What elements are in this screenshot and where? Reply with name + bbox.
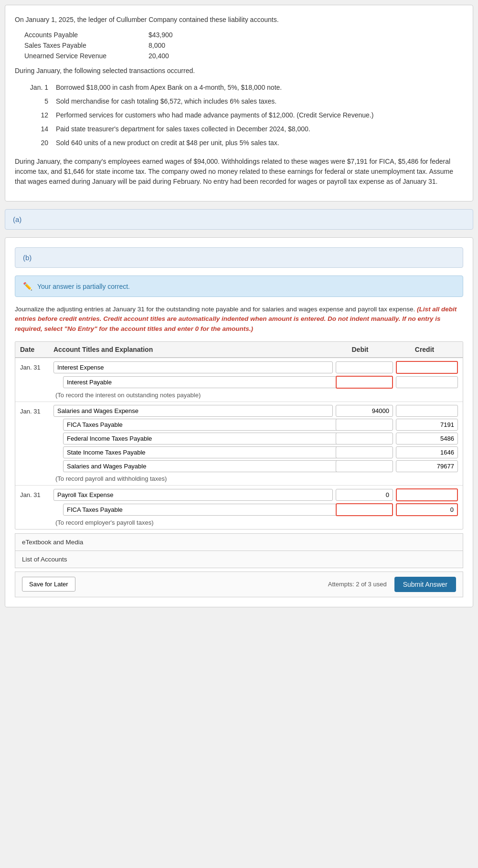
- journal-body: Jan. 31(To record the interest on outsta…: [15, 358, 463, 529]
- header-credit: Credit: [391, 346, 458, 353]
- entry-lines: (To record employer's payroll taxes): [53, 488, 458, 526]
- entry-line: [53, 488, 458, 501]
- account-title-input[interactable]: [63, 504, 342, 516]
- account-title-input[interactable]: [63, 446, 342, 458]
- liability-name: Accounts Payable: [24, 31, 129, 39]
- liability-name: Unearned Service Revenue: [24, 52, 129, 60]
- entry-line: [53, 405, 458, 417]
- debit-input[interactable]: [336, 419, 393, 431]
- entry-line: [53, 460, 458, 472]
- header-account: Account Titles and Explanation: [53, 346, 329, 353]
- transaction-desc: Paid state treasurer's department for sa…: [56, 124, 463, 134]
- submit-button[interactable]: Submit Answer: [394, 577, 456, 592]
- liability-row: Accounts Payable$43,900: [24, 30, 463, 40]
- partial-correct-banner: ✏️ Your answer is partially correct.: [15, 275, 463, 297]
- journal-entry: Jan. 31(To record employer's payroll tax…: [15, 486, 463, 529]
- save-button[interactable]: Save for Later: [22, 577, 75, 592]
- account-title-input[interactable]: [63, 376, 342, 388]
- debit-input[interactable]: [336, 361, 393, 373]
- transaction-desc: Sold merchandise for cash totaling $6,57…: [56, 96, 463, 106]
- credit-input[interactable]: [396, 503, 458, 516]
- entry-note: (To record employer's payroll taxes): [53, 518, 458, 526]
- liability-amount: $43,900: [149, 31, 173, 39]
- entry-line: [53, 446, 458, 458]
- intro-text: On January 1, 2025, the ledger of Cullum…: [15, 15, 463, 25]
- entry-lines: (To record the interest on outstanding n…: [53, 361, 458, 399]
- bottom-links: eTextbook and Media List of Accounts: [15, 533, 463, 568]
- transaction-row: Jan. 1Borrowed $18,000 in cash from Apex…: [24, 81, 463, 95]
- account-title-input[interactable]: [53, 405, 333, 417]
- credit-input[interactable]: [396, 460, 458, 472]
- section-a: (a): [5, 209, 473, 230]
- pencil-icon: ✏️: [23, 282, 32, 291]
- transaction-row: 5Sold merchandise for cash totaling $6,5…: [24, 95, 463, 108]
- payroll-paragraph: During January, the company's employees …: [15, 157, 463, 187]
- account-title-input[interactable]: [63, 433, 342, 445]
- account-title-input[interactable]: [63, 460, 342, 472]
- credit-input[interactable]: [396, 376, 458, 388]
- transaction-date: 5: [24, 96, 48, 106]
- account-title-input[interactable]: [63, 419, 342, 431]
- journal-header: Date Account Titles and Explanation Debi…: [15, 342, 463, 358]
- liability-name: Sales Taxes Payable: [24, 42, 129, 49]
- transaction-desc: Sold 640 units of a new product on credi…: [56, 138, 463, 148]
- transaction-row: 20Sold 640 units of a new product on cre…: [24, 136, 463, 150]
- transaction-row: 12Performed services for customers who h…: [24, 108, 463, 122]
- transaction-date: Jan. 1: [24, 83, 48, 93]
- section-b-card: (b) ✏️ Your answer is partially correct.…: [5, 237, 473, 607]
- liability-row: Unearned Service Revenue20,400: [24, 51, 463, 61]
- transaction-date: 14: [24, 124, 48, 134]
- transaction-date: 12: [24, 110, 48, 120]
- liability-table: Accounts Payable$43,900Sales Taxes Payab…: [24, 30, 463, 61]
- account-title-input[interactable]: [53, 361, 333, 373]
- list-of-accounts-link[interactable]: List of Accounts: [15, 550, 463, 568]
- etextbook-link[interactable]: eTextbook and Media: [15, 533, 463, 551]
- attempts-text: Attempts: 2 of 3 used: [328, 581, 387, 588]
- credit-input[interactable]: [396, 361, 458, 374]
- entry-line: [53, 361, 458, 374]
- debit-input[interactable]: [336, 376, 393, 389]
- journal-entry: Jan. 31(To record payroll and withholdin…: [15, 402, 463, 486]
- entry-line: [53, 376, 458, 389]
- footer-bar: Save for Later Attempts: 2 of 3 used Sub…: [15, 572, 463, 597]
- debit-input[interactable]: [336, 405, 393, 417]
- journal-table: Date Account Titles and Explanation Debi…: [15, 341, 463, 529]
- entry-lines: (To record payroll and withholding taxes…: [53, 405, 458, 482]
- journal-entry: Jan. 31(To record the interest on outsta…: [15, 358, 463, 402]
- entry-date: Jan. 31: [20, 361, 53, 399]
- transactions-intro: During January, the following selected t…: [15, 66, 463, 76]
- liability-row: Sales Taxes Payable8,000: [24, 40, 463, 51]
- credit-input[interactable]: [396, 433, 458, 445]
- header-date: Date: [20, 346, 53, 353]
- entry-date: Jan. 31: [20, 405, 53, 482]
- debit-input[interactable]: [336, 433, 393, 445]
- transactions-list: Jan. 1Borrowed $18,000 in cash from Apex…: [24, 81, 463, 150]
- entry-date: Jan. 31: [20, 488, 53, 526]
- transaction-date: 20: [24, 138, 48, 148]
- credit-input[interactable]: [396, 419, 458, 431]
- instructions-plain: Journalize the adjusting entries at Janu…: [15, 306, 415, 313]
- credit-input[interactable]: [396, 446, 458, 458]
- entry-note: (To record the interest on outstanding n…: [53, 391, 458, 399]
- liability-amount: 8,000: [149, 42, 165, 49]
- entry-line: [53, 419, 458, 431]
- liability-amount: 20,400: [149, 52, 169, 60]
- credit-input[interactable]: [396, 405, 458, 417]
- debit-input[interactable]: [336, 489, 393, 501]
- instructions: Journalize the adjusting entries at Janu…: [15, 305, 463, 334]
- entry-line: [53, 503, 458, 516]
- banner-text: Your answer is partially correct.: [37, 283, 130, 290]
- debit-input[interactable]: [336, 503, 393, 516]
- entry-line: [53, 433, 458, 445]
- transaction-desc: Performed services for customers who had…: [56, 110, 463, 120]
- problem-card: On January 1, 2025, the ledger of Cullum…: [5, 5, 473, 201]
- header-debit: Debit: [329, 346, 391, 353]
- debit-input[interactable]: [336, 460, 393, 472]
- entry-note: (To record payroll and withholding taxes…: [53, 474, 458, 482]
- section-b-label: (b): [15, 247, 463, 268]
- debit-input[interactable]: [336, 446, 393, 458]
- transaction-desc: Borrowed $18,000 in cash from Apex Bank …: [56, 83, 463, 93]
- credit-input[interactable]: [396, 488, 458, 501]
- account-title-input[interactable]: [53, 489, 333, 501]
- transaction-row: 14Paid state treasurer's department for …: [24, 122, 463, 136]
